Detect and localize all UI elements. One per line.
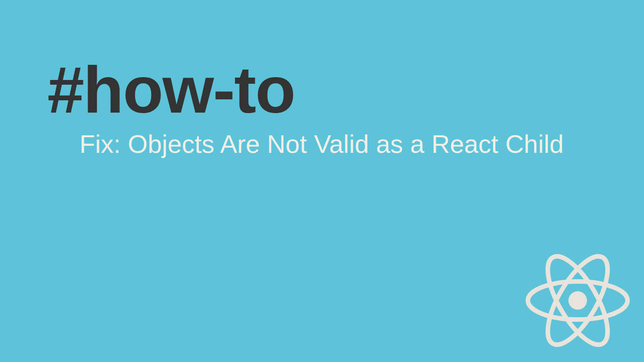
subtitle-text: Fix: Objects Are Not Valid as a React Ch… (80, 129, 577, 159)
react-icon (526, 248, 630, 353)
svg-point-0 (568, 291, 587, 309)
banner-content: #how-to Fix: Objects Are Not Valid as a … (47, 57, 597, 159)
hashtag-title: #how-to (47, 57, 597, 123)
